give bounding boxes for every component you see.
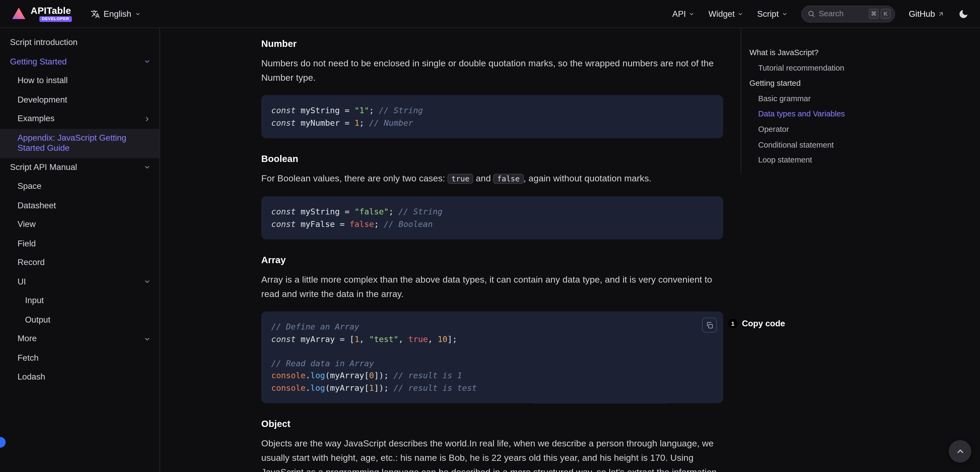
nav-api[interactable]: API (673, 9, 695, 18)
language-label: English (103, 9, 131, 18)
github-label: GitHub (908, 9, 935, 18)
app-title: APITable (30, 6, 72, 15)
topbar: APITable DEVELOPER English APIWidgetScri… (0, 0, 980, 28)
chevron-up-icon (955, 447, 964, 456)
section-heading: Array (261, 254, 723, 265)
chevron-down-icon (144, 58, 151, 65)
search-input[interactable] (819, 9, 865, 18)
toc-item[interactable]: Operator (749, 122, 966, 137)
toc-item[interactable]: Conditional statement (749, 137, 966, 153)
kbd-k: K (881, 9, 891, 19)
nav-widget[interactable]: Widget (708, 9, 743, 18)
sidebar-item-label: Script API Manual (10, 162, 144, 172)
sidebar-item[interactable]: Fetch (0, 348, 159, 368)
sidebar-item-label: Getting Started (10, 56, 144, 67)
search-kbd: ⌘K (869, 9, 891, 19)
sidebar-item-label: Space (18, 182, 151, 192)
sidebar-item-label: Datasheet (18, 200, 151, 211)
search-box[interactable]: ⌘K (801, 5, 895, 22)
toc: What is JavaScript?Tutorial recommendati… (741, 28, 966, 174)
sidebar-item[interactable]: Getting Started (0, 52, 159, 72)
dark-mode-toggle[interactable] (958, 8, 969, 19)
sidebar-item-label: Script introduction (10, 38, 151, 48)
code-block: const myString = "false"; // Stringconst… (261, 196, 723, 239)
inline-code: false (493, 174, 523, 184)
sidebar-item-label: Fetch (18, 353, 151, 363)
logo-icon (11, 6, 26, 21)
sidebar-item-label: Examples (18, 114, 144, 124)
sidebar-item[interactable]: Datasheet (0, 196, 159, 215)
toc-item[interactable]: What is JavaScript? (749, 45, 966, 61)
section-heading: Number (261, 38, 723, 49)
code-block-wrapper: // Define an Arrayconst myArray = [1, "t… (261, 311, 723, 403)
code-block: const myString = "1"; // Stringconst myN… (261, 95, 723, 138)
chevron-down-icon (135, 11, 141, 16)
page: APITable DEVELOPER English APIWidgetScri… (0, 0, 980, 472)
code-block-wrapper: const myString = "1"; // Stringconst myN… (261, 95, 723, 138)
topbar-right: APIWidgetScript ⌘K GitHub (673, 5, 969, 22)
sidebar-item-label: More (18, 334, 144, 344)
doc-section: ArrayArray is a little more complex than… (261, 254, 723, 403)
translate-icon (91, 9, 100, 18)
kbd-⌘: ⌘ (869, 9, 879, 19)
toc-item[interactable]: Data types and Variables (749, 107, 966, 122)
sidebar-item-label: Record (18, 258, 151, 268)
doc-section: BooleanFor Boolean values, there are onl… (261, 153, 723, 239)
doc-section: ObjectObjects are the way JavaScript des… (261, 418, 723, 472)
sidebar-item[interactable]: Lodash (0, 368, 159, 387)
logo[interactable]: APITable DEVELOPER (11, 6, 72, 22)
sidebar-item[interactable]: Development (0, 90, 159, 110)
doc-section: NumberNumbers do not need to be enclosed… (261, 38, 723, 138)
section-paragraph: For Boolean values, there are only two c… (261, 171, 723, 186)
annotation-copy-code: 1Copy code (728, 319, 785, 328)
sidebar-item-label: Development (18, 95, 151, 105)
sidebar-item[interactable]: Examples (0, 110, 159, 129)
chevron-down-icon (144, 164, 151, 171)
section-heading: Object (261, 418, 723, 429)
content-sections: NumberNumbers do not need to be enclosed… (261, 28, 723, 472)
copy-icon (705, 321, 714, 329)
scroll-to-top-button[interactable] (949, 440, 971, 462)
search-icon (807, 10, 815, 18)
sidebar-item[interactable]: Record (0, 253, 159, 273)
sidebar-item-label: Field (18, 238, 151, 249)
copy-code-button[interactable] (702, 317, 717, 332)
inline-code: true (448, 174, 473, 184)
sidebar-item-label: Lodash (18, 372, 151, 382)
sidebar-item[interactable]: Appendix: JavaScript Getting Started Gui… (0, 128, 159, 158)
sidebar-item[interactable]: Script API Manual (0, 158, 159, 177)
chevron-down-icon (144, 278, 151, 285)
section-paragraph: Array is a little more complex than the … (261, 273, 723, 301)
sidebar-item[interactable]: More (0, 330, 159, 349)
sidebar-item[interactable]: View (0, 215, 159, 234)
language-selector[interactable]: English (91, 9, 141, 18)
toc-item[interactable]: Loop statement (749, 153, 966, 168)
sidebar-item-label: Input (25, 296, 151, 306)
code-block-wrapper: const myString = "false"; // Stringconst… (261, 196, 723, 239)
sidebar-item-label: Appendix: JavaScript Getting Started Gui… (18, 133, 151, 153)
developer-badge: DEVELOPER (40, 16, 72, 22)
toc-item[interactable]: Basic grammar (749, 91, 966, 107)
section-heading: Boolean (261, 153, 723, 164)
chevron-down-icon (144, 336, 151, 343)
section-paragraph: Objects are the way JavaScript describes… (261, 436, 723, 472)
topbar-nav: APIWidgetScript (673, 9, 788, 18)
toc-item[interactable]: Tutorial recommendation (749, 61, 966, 76)
sidebar-item[interactable]: How to install (0, 72, 159, 91)
moon-icon (958, 8, 969, 19)
nav-script[interactable]: Script (757, 9, 788, 18)
sidebar-item[interactable]: Space (0, 177, 159, 196)
sidebar-item[interactable]: UI (0, 272, 159, 292)
sidebar-item-label: How to install (18, 76, 151, 86)
toc-item[interactable]: Getting started (749, 76, 966, 91)
sidebar-item[interactable]: Script introduction (0, 33, 159, 52)
sidebar-item-label: UI (18, 277, 144, 287)
section-paragraph: Numbers do not need to be enclosed in si… (261, 56, 723, 85)
github-link[interactable]: GitHub (908, 9, 944, 18)
sidebar-item[interactable]: Output (0, 310, 159, 330)
sidebar-item[interactable]: Field (0, 234, 159, 253)
annotation-label: Copy code (742, 319, 785, 328)
sidebar-item-label: View (18, 220, 151, 230)
code-block: // Define an Arrayconst myArray = [1, "t… (261, 311, 723, 403)
sidebar-item[interactable]: Input (0, 292, 159, 311)
